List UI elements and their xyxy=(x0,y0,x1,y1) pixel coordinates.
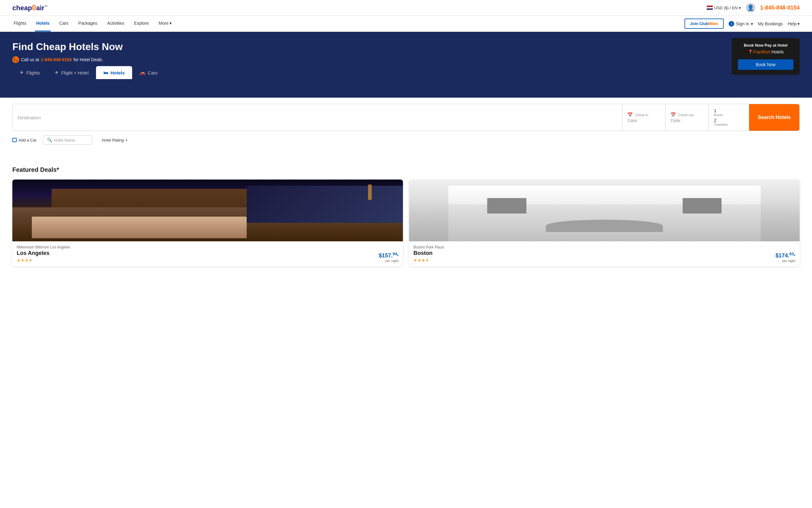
logo-cheap: cheap xyxy=(12,4,32,12)
deal-price-label-la: per night xyxy=(379,259,398,263)
rooms-travelers-field[interactable]: 1 Room 2 Travelers xyxy=(709,104,749,131)
promo-book-now-button[interactable]: Book Now xyxy=(738,59,794,70)
deal-price-label-boston: per night xyxy=(775,259,795,263)
rooms-label: Room xyxy=(714,113,744,117)
add-car-option[interactable]: Add a Car xyxy=(12,138,37,142)
add-car-checkbox[interactable] xyxy=(12,138,17,142)
deal-hotel-name-boston: Boston Park Plaza xyxy=(414,245,795,249)
nav-activities[interactable]: Activities xyxy=(106,16,125,32)
la-bed xyxy=(32,217,247,238)
checkout-calendar-icon: 📅 xyxy=(671,112,676,117)
deal-card-la[interactable]: Millennium Biltmore Los Angeles Los Ange… xyxy=(12,179,403,266)
deal-price-boston: $174.63* per night xyxy=(775,252,795,263)
boston-desk xyxy=(546,220,663,232)
la-lamp xyxy=(368,184,372,200)
search-row: Destination 📅 Check-in Date 📅 Check-out … xyxy=(12,104,800,131)
destination-field[interactable]: Destination xyxy=(13,104,622,131)
la-window xyxy=(247,186,403,223)
add-car-label: Add a Car xyxy=(18,138,37,142)
sign-in-button[interactable]: i Sign In ▾ xyxy=(729,21,753,27)
deal-info-la: Millennium Biltmore Los Angeles Los Ange… xyxy=(12,241,403,266)
rooms-value: 1 xyxy=(714,108,744,113)
hotel-rating-dropdown[interactable]: Hotel Rating ▾ xyxy=(98,136,131,144)
tab-hotels[interactable]: 🛏 Hotels xyxy=(96,66,132,79)
deal-card-boston[interactable]: Boston Park Plaza Boston ★★★★★ $174.63* … xyxy=(409,179,800,266)
deal-price-amount-boston: $174.63* xyxy=(775,252,795,259)
checkout-value: Date xyxy=(671,118,704,123)
checkin-field[interactable]: 📅 Check-in Date xyxy=(622,104,666,131)
deal-city-boston: Boston xyxy=(414,250,433,256)
sign-in-label: Sign In xyxy=(736,21,749,26)
promo-title: Book Now Pay at Hotel xyxy=(738,43,794,48)
deal-info-boston: Boston Park Plaza Boston ★★★★★ $174.63* … xyxy=(409,241,800,266)
my-bookings-link[interactable]: My Bookings xyxy=(758,21,783,26)
hotel-name-input[interactable]: 🔍 Hotel Name xyxy=(43,135,92,144)
search-hotels-button[interactable]: Search Hotels xyxy=(749,104,799,131)
travelers-label: Travelers xyxy=(714,123,744,126)
top-right-controls: USD ($) / EN ▾ 👤 1-845-848-0154 xyxy=(707,3,800,12)
nav-bar: Flights Hotels Cars Packages Activities … xyxy=(0,16,812,32)
deal-image-boston xyxy=(409,179,800,241)
sign-in-chevron-icon: ▾ xyxy=(751,21,753,26)
hero-section: Find Cheap Hotels Now 📞 Call us at 1-845… xyxy=(0,32,812,98)
destination-value: Destination xyxy=(17,115,617,120)
help-chevron-icon: ▾ xyxy=(798,21,800,26)
checkout-field[interactable]: 📅 Check-out Date xyxy=(666,104,709,131)
flights-tab-label: Flights xyxy=(26,70,40,75)
nav-packages[interactable]: Packages xyxy=(77,16,98,32)
deal-price-la: $157.94* per night xyxy=(379,252,398,263)
promo-destination: 📍Frankfurt Hotels xyxy=(738,49,794,54)
hotel-rating-label: Hotel Rating xyxy=(102,138,124,142)
checkin-value: Date xyxy=(627,118,660,123)
join-clubmiles-button[interactable]: Join ClubMiles xyxy=(684,18,724,29)
currency-selector[interactable]: USD ($) / EN ▾ xyxy=(707,6,741,10)
boston-pillar-right xyxy=(683,198,722,214)
hotel-name-search-icon: 🔍 xyxy=(47,137,52,142)
deal-footer-boston: Boston ★★★★★ $174.63* per night xyxy=(414,250,795,263)
nav-cars[interactable]: Cars xyxy=(58,16,70,32)
search-options: Add a Car 🔍 Hotel Name Hotel Rating ▾ xyxy=(12,135,800,144)
phone-icon: 📞 xyxy=(12,56,19,63)
logo-air: air xyxy=(36,4,44,12)
currency-label: USD ($) / EN xyxy=(714,6,737,10)
nav-flights[interactable]: Flights xyxy=(12,16,28,32)
checkin-label: 📅 Check-in xyxy=(627,112,660,117)
flight-hotel-tab-icon: ✈ xyxy=(55,70,59,75)
hero-phone-link[interactable]: 1-845-848-0154 xyxy=(41,57,71,62)
cars-tab-label: Cars xyxy=(148,70,158,75)
help-button[interactable]: Help ▾ xyxy=(787,21,800,26)
hero-call-text: 📞 Call us at 1-845-848-0154 for Hotel De… xyxy=(12,56,800,63)
us-flag-icon xyxy=(707,6,713,10)
deals-grid: Millennium Biltmore Los Angeles Los Ange… xyxy=(12,179,800,266)
deal-hotel-name-la: Millennium Biltmore Los Angeles xyxy=(17,245,398,249)
logo[interactable]: cheap0air™ xyxy=(12,3,48,12)
featured-deals-title: Featured Deals* xyxy=(12,166,800,173)
sign-in-icon: i xyxy=(729,21,734,27)
search-box-wrapper: Destination 📅 Check-in Date 📅 Check-out … xyxy=(0,98,812,154)
logo-o: 0 xyxy=(32,3,36,12)
checkout-label: 📅 Check-out xyxy=(671,112,704,117)
nav-hotels[interactable]: Hotels xyxy=(35,16,51,32)
deal-stars-la: ★★★★★ xyxy=(17,258,49,263)
nav-more[interactable]: More ▾ xyxy=(157,16,173,32)
deal-price-amount-la: $157.94* xyxy=(379,252,398,259)
hotels-tab-label: Hotels xyxy=(110,70,125,75)
hero-title: Find Cheap Hotels Now xyxy=(12,41,800,52)
boston-pillar-left xyxy=(487,198,526,214)
nav-explore[interactable]: Explore xyxy=(133,16,150,32)
travelers-value: 2 xyxy=(714,117,744,123)
hotel-name-placeholder: Hotel Name xyxy=(54,138,75,142)
deal-city-la: Los Angeles xyxy=(17,250,49,256)
more-chevron-icon: ▾ xyxy=(170,21,172,26)
tab-cars[interactable]: 🚗 Cars xyxy=(132,66,165,79)
nav-right-actions: Join ClubMiles i Sign In ▾ My Bookings H… xyxy=(684,18,800,29)
logo-trademark: ™ xyxy=(44,5,48,8)
tab-flights[interactable]: ✈ Flights xyxy=(12,66,47,79)
avatar: 👤 xyxy=(746,3,755,12)
promo-card: Book Now Pay at Hotel 📍Frankfurt Hotels … xyxy=(732,38,800,75)
tab-flight-hotel[interactable]: ✈ Flight + Hotel xyxy=(47,66,96,79)
deal-stars-boston: ★★★★★ xyxy=(414,258,433,263)
top-phone-number[interactable]: 1-845-848-0154 xyxy=(760,5,800,11)
flight-hotel-tab-label: Flight + Hotel xyxy=(61,70,89,75)
deal-footer-la: Los Angeles ★★★★★ $157.94* per night xyxy=(17,250,398,263)
